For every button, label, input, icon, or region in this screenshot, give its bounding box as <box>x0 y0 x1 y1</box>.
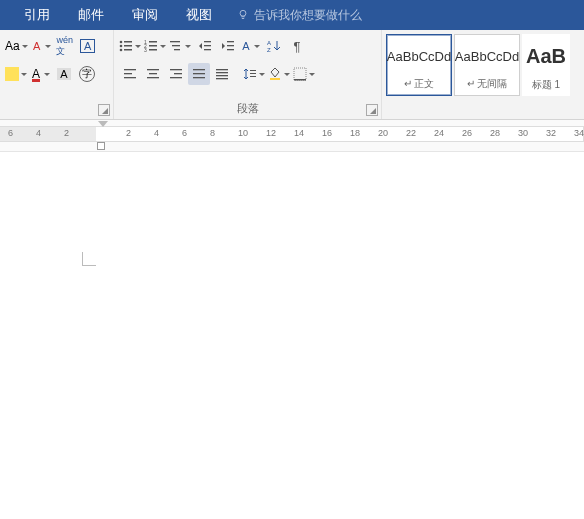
svg-rect-31 <box>174 73 182 74</box>
svg-rect-38 <box>216 75 228 76</box>
decrease-indent-button[interactable] <box>194 35 216 57</box>
ruler-tick: 28 <box>490 128 500 138</box>
svg-rect-32 <box>170 77 182 78</box>
svg-point-0 <box>240 10 246 16</box>
svg-rect-41 <box>250 73 256 74</box>
svg-point-1 <box>120 41 123 44</box>
menu-references[interactable]: 引用 <box>10 0 64 30</box>
svg-text:Z: Z <box>267 47 271 53</box>
svg-rect-44 <box>294 68 306 80</box>
menubar: 引用 邮件 审阅 视图 告诉我你想要做什么 <box>0 0 584 30</box>
ribbon: Aa A wén文 A A A 字 123 A AZ <box>0 30 584 120</box>
numbering-button[interactable]: 123 <box>144 35 168 57</box>
style-heading1[interactable]: AaB 标题 1 <box>522 34 570 96</box>
style-body-name: 正文 <box>414 78 434 89</box>
svg-rect-2 <box>124 41 132 43</box>
increase-indent-button[interactable] <box>217 35 239 57</box>
tell-me-search[interactable]: 告诉我你想要做什么 <box>236 7 362 24</box>
style-nospacing-preview: AaBbCcDd <box>455 35 519 77</box>
tell-me-placeholder: 告诉我你想要做什么 <box>254 7 362 24</box>
para-mark-icon: ↵ <box>467 78 475 89</box>
document-canvas[interactable] <box>0 152 584 519</box>
highlight-button[interactable] <box>5 63 29 85</box>
svg-rect-36 <box>216 69 228 70</box>
style-body[interactable]: AaBbCcDd ↵ 正文 <box>386 34 452 96</box>
style-nospacing[interactable]: AaBbCcDd ↵ 无间隔 <box>454 34 520 96</box>
ruler-tick: 18 <box>350 128 360 138</box>
ruler-tick: 32 <box>546 128 556 138</box>
align-distribute-button[interactable] <box>211 63 233 85</box>
svg-rect-8 <box>149 41 157 43</box>
char-shading-button[interactable]: A <box>53 63 75 85</box>
svg-rect-45 <box>294 79 306 81</box>
font-group-label <box>0 104 113 119</box>
clear-format-button[interactable]: A <box>31 35 53 57</box>
svg-rect-17 <box>204 45 211 46</box>
align-right-button[interactable] <box>165 63 187 85</box>
svg-rect-39 <box>216 78 228 79</box>
ruler-tick: 8 <box>210 128 215 138</box>
font-color-button[interactable]: A <box>30 63 52 85</box>
ruler-tick: 24 <box>434 128 444 138</box>
hanging-indent-marker[interactable] <box>97 142 105 150</box>
svg-rect-42 <box>250 76 256 77</box>
svg-rect-27 <box>147 69 159 70</box>
svg-rect-24 <box>124 69 136 70</box>
menu-review[interactable]: 审阅 <box>118 0 172 30</box>
paragraph-group: 123 A AZ ¶ 段落 <box>114 30 382 119</box>
style-heading1-name: 标题 1 <box>532 78 560 96</box>
horizontal-ruler[interactable]: 642246810121416182022242628303234 <box>0 120 584 152</box>
ruler-tick: 4 <box>36 128 41 138</box>
text-direction-button[interactable]: A <box>240 35 262 57</box>
phonetic-guide-button[interactable]: wén文 <box>54 35 76 57</box>
align-left-button[interactable] <box>119 63 141 85</box>
ruler-tick: 14 <box>294 128 304 138</box>
page-corner-mark <box>82 252 96 266</box>
svg-rect-10 <box>149 45 157 47</box>
svg-rect-26 <box>124 77 136 78</box>
menu-mail[interactable]: 邮件 <box>64 0 118 30</box>
multilevel-list-button[interactable] <box>169 35 193 57</box>
svg-rect-34 <box>193 73 205 74</box>
svg-rect-29 <box>147 77 159 78</box>
svg-rect-43 <box>270 78 280 80</box>
ruler-tick: 2 <box>64 128 69 138</box>
ruler-tick: 22 <box>406 128 416 138</box>
ruler-tick: 30 <box>518 128 528 138</box>
svg-rect-35 <box>193 77 205 78</box>
svg-rect-4 <box>124 45 132 47</box>
svg-rect-14 <box>172 45 180 46</box>
borders-button[interactable] <box>293 63 317 85</box>
sort-button[interactable]: AZ <box>263 35 285 57</box>
svg-rect-28 <box>149 73 157 74</box>
ruler-tick: 2 <box>126 128 131 138</box>
lightbulb-icon <box>236 8 250 22</box>
show-marks-button[interactable]: ¶ <box>286 35 308 57</box>
svg-rect-15 <box>174 49 180 50</box>
para-mark-icon: ↵ <box>404 78 412 89</box>
ruler-tick: 6 <box>8 128 13 138</box>
ruler-tick: 6 <box>182 128 187 138</box>
svg-rect-19 <box>227 41 234 42</box>
bullets-button[interactable] <box>119 35 143 57</box>
svg-rect-40 <box>250 70 256 71</box>
svg-point-5 <box>120 49 123 52</box>
enclose-char-button[interactable]: 字 <box>76 63 98 85</box>
align-justify-button[interactable] <box>188 63 210 85</box>
font-dialog-launcher[interactable] <box>98 104 110 116</box>
align-center-button[interactable] <box>142 63 164 85</box>
shading-button[interactable] <box>268 63 292 85</box>
svg-rect-16 <box>204 41 211 42</box>
svg-text:A: A <box>267 40 271 46</box>
line-spacing-button[interactable] <box>243 63 267 85</box>
svg-rect-37 <box>216 72 228 73</box>
paragraph-group-label: 段落 <box>114 101 381 119</box>
svg-rect-25 <box>124 73 132 74</box>
menu-view[interactable]: 视图 <box>172 0 226 30</box>
change-case-button[interactable]: Aa <box>5 35 30 57</box>
style-nospacing-name: 无间隔 <box>477 78 507 89</box>
ruler-tick: 4 <box>154 128 159 138</box>
paragraph-dialog-launcher[interactable] <box>366 104 378 116</box>
char-border-button[interactable]: A <box>77 35 99 57</box>
first-line-indent-marker[interactable] <box>98 121 108 132</box>
